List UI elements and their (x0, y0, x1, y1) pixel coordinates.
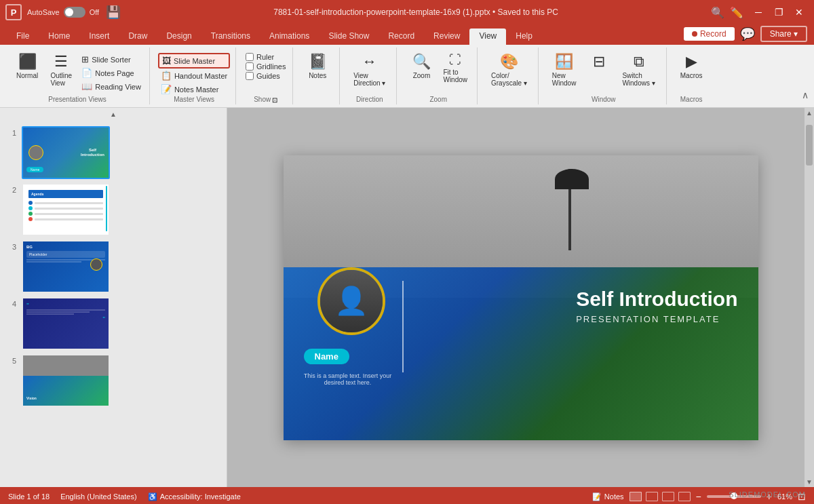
close-button[interactable]: ✕ (790, 3, 809, 22)
slide-thumb-3[interactable]: BG Placeholder (22, 240, 110, 293)
new-window-button[interactable]: 🪟 NewWindow (547, 50, 582, 90)
slide-item-5[interactable]: 5 Vision (5, 354, 221, 407)
ribbon-collapse-icon[interactable]: ∧ (802, 90, 809, 100)
normal-view-button[interactable]: ⬛ Normal (11, 50, 43, 82)
slide-sorter-status-icon[interactable] (646, 492, 658, 501)
master-views-label: Master Views (174, 96, 214, 104)
restore-button[interactable]: ❐ (769, 3, 788, 22)
arrange-all-button[interactable]: ⊟ (583, 50, 615, 75)
panel-collapse-arrow[interactable]: ▲ (0, 108, 227, 121)
tab-review[interactable]: Review (424, 28, 469, 45)
normal-view-status-icon[interactable] (629, 492, 642, 501)
status-bar: Slide 1 of 18 English (United States) ♿ … (0, 487, 814, 504)
slide-sorter-button[interactable]: ⊞ Slide Sorter (79, 53, 144, 66)
accessibility-section[interactable]: ♿ Accessibility: Investigate (148, 492, 241, 501)
zoom-button[interactable]: 🔍 Zoom (405, 50, 438, 82)
tab-transitions[interactable]: Transitions (201, 28, 260, 45)
direction-label: Direction (356, 96, 383, 104)
reading-view-button[interactable]: 📖 Reading View (79, 80, 144, 93)
guides-input[interactable] (246, 72, 254, 80)
color-grayscale-icon: 🎨 (500, 53, 518, 71)
accessibility-icon: ♿ (148, 492, 157, 501)
name-badge: Name (304, 349, 349, 364)
scroll-up-arrow[interactable]: ▲ (805, 108, 814, 118)
slide-item-1[interactable]: 1 SelfIntroduction Name (5, 126, 221, 179)
tab-animations[interactable]: Animations (260, 28, 319, 45)
fit-to-window-button[interactable]: ⛶ Fit toWindow (439, 50, 471, 86)
slide-divider (402, 281, 404, 372)
scroll-down-arrow[interactable]: ▼ (805, 477, 814, 487)
fit-window-icon: ⛶ (449, 53, 461, 67)
sample-text: This is a sample text. Insert your desir… (304, 372, 392, 386)
view-direction-button[interactable]: ↔ ViewDirection ▾ (348, 50, 391, 90)
new-window-icon: 🪟 (555, 53, 573, 71)
show-expand-icon[interactable]: ⊡ (272, 96, 277, 104)
tab-design[interactable]: Design (157, 28, 201, 45)
search-icon[interactable]: 🔍 (711, 6, 724, 19)
minimize-button[interactable]: ─ (749, 3, 768, 22)
ribbon-group-zoom: 🔍 Zoom ⛶ Fit toWindow Zoom (400, 47, 478, 104)
color-grayscale-button[interactable]: 🎨 Color/Grayscale ▾ (486, 50, 532, 90)
ruler-input[interactable] (246, 53, 254, 61)
slide-info: Slide 1 of 18 (8, 492, 50, 501)
switch-windows-button[interactable]: ⧉ SwitchWindows ▾ (617, 50, 660, 90)
view-mode-icons (629, 492, 691, 501)
save-icon[interactable]: 💾 (106, 5, 121, 20)
notes-button[interactable]: 📓 Notes (301, 50, 334, 82)
slide-item-4[interactable]: 4 " " (5, 297, 221, 350)
slide-thumb-5[interactable]: Vision (22, 354, 110, 407)
slide-item-2[interactable]: 2 Agenda (5, 183, 221, 236)
tab-draw[interactable]: Draw (119, 28, 157, 45)
gridlines-checkbox[interactable]: Gridlines (246, 62, 286, 71)
tab-record[interactable]: Record (379, 28, 424, 45)
share-button[interactable]: Share ▾ (760, 26, 807, 42)
slide-number-1: 1 (5, 126, 16, 137)
ribbon-content: ⬛ Normal ☰ OutlineView ⊞ Slide Sorter 📄 … (0, 45, 814, 108)
tab-help[interactable]: Help (506, 28, 542, 45)
tab-insert[interactable]: Insert (79, 28, 119, 45)
tab-slideshow[interactable]: Slide Show (319, 28, 379, 45)
window-controls: ─ ❐ ✕ (749, 3, 809, 22)
canvas-scrollbar[interactable]: ▲ ▼ (805, 108, 814, 487)
reading-view-status-icon[interactable] (662, 492, 674, 501)
tab-view[interactable]: View (469, 28, 506, 45)
color-grayscale-label: Color/Grayscale ▾ (491, 72, 527, 87)
ribbon-tabs-bar: File Home Insert Draw Design Transitions… (0, 24, 814, 45)
tab-home[interactable]: Home (39, 28, 79, 45)
autosave-toggle[interactable] (64, 7, 85, 18)
slide-panel: ▲ 1 SelfIntroduction Name 2 (0, 108, 227, 487)
slide-canvas: 👤 Name This is a sample text. Insert you… (284, 155, 758, 440)
guides-checkbox[interactable]: Guides (246, 72, 286, 80)
zoom-out-button[interactable]: − (696, 491, 701, 502)
comment-button[interactable]: 💬 (740, 26, 755, 41)
language: English (United States) (60, 492, 137, 501)
slide-number-2: 2 (5, 183, 16, 194)
macros-button[interactable]: ▶ Macros (675, 50, 708, 82)
scroll-thumb[interactable] (806, 125, 813, 166)
presenter-view-status-icon[interactable] (678, 492, 691, 501)
ribbon-icon[interactable]: ✏️ (730, 6, 743, 19)
macros-label: Macros (680, 96, 703, 104)
record-button[interactable]: Record (684, 27, 735, 41)
handout-master-button[interactable]: 📋 Handout Master (158, 69, 230, 82)
notes-master-button[interactable]: 📝 Notes Master (158, 83, 230, 96)
slide-thumb-2[interactable]: Agenda (22, 183, 110, 236)
slide-thumb-4[interactable]: " " (22, 297, 110, 350)
view-direction-icon: ↔ (362, 53, 377, 71)
notes-page-button[interactable]: 📄 Notes Page (79, 66, 144, 79)
show-checkboxes: Ruler Gridlines Guides (246, 50, 286, 80)
ribbon-group-macros: ▶ Macros Macros (670, 47, 714, 104)
macros-label: Macros (680, 72, 703, 79)
switch-windows-icon: ⧉ (634, 53, 644, 71)
notes-toggle[interactable]: 📝 Notes (592, 492, 624, 501)
slide-title-area: Self Introduction PRESENTATION TEMPLATE (576, 288, 737, 324)
slide-thumb-1[interactable]: SelfIntroduction Name (22, 126, 110, 179)
ruler-checkbox[interactable]: Ruler (246, 53, 286, 61)
tab-file[interactable]: File (7, 28, 39, 45)
outline-view-button[interactable]: ☰ OutlineView (45, 50, 77, 90)
gridlines-input[interactable] (246, 62, 254, 71)
slide-item-3[interactable]: 3 BG Placeholder (5, 240, 221, 293)
share-label: Share (770, 29, 792, 39)
slide-sorter-icon: ⊞ (81, 54, 89, 64)
slide-master-button[interactable]: 🖼 Slide Master (158, 53, 230, 69)
